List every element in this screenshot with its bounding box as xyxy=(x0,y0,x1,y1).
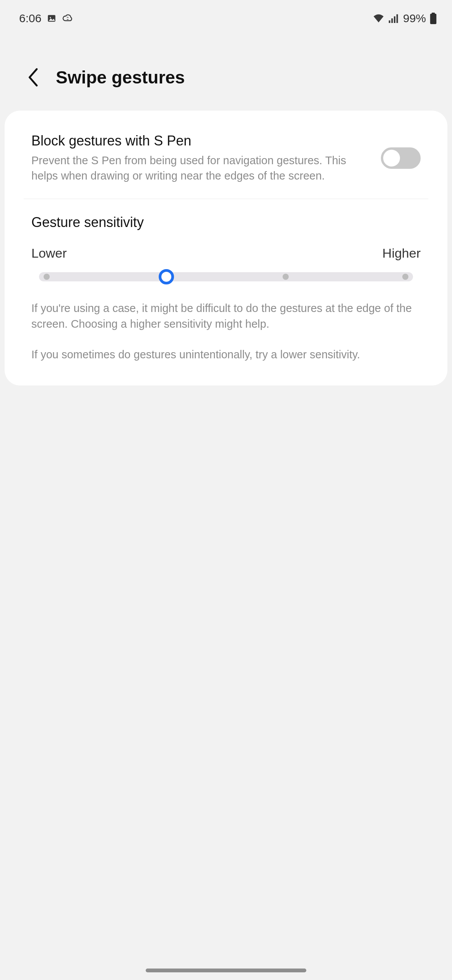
status-time: 6:06 xyxy=(19,12,41,25)
block-gestures-desc: Prevent the S Pen from being used for na… xyxy=(31,153,366,183)
slider-step-0 xyxy=(44,274,50,280)
sensitivity-label-lower: Lower xyxy=(31,246,67,261)
block-gestures-toggle[interactable] xyxy=(381,147,421,169)
status-left: 6:06 xyxy=(19,12,73,25)
slider-track xyxy=(39,272,413,281)
svg-rect-3 xyxy=(391,18,393,23)
slider-thumb[interactable] xyxy=(159,269,174,284)
slider-step-3 xyxy=(402,274,408,280)
signal-icon xyxy=(389,14,399,23)
svg-rect-4 xyxy=(394,16,395,23)
settings-card: Block gestures with S Pen Prevent the S … xyxy=(5,111,447,385)
slider-step-2 xyxy=(283,274,289,280)
page-header: Swipe gestures xyxy=(0,33,452,111)
svg-rect-7 xyxy=(430,13,436,24)
divider xyxy=(24,199,428,199)
gallery-icon xyxy=(47,13,57,23)
sensitivity-help: If you're using a case, it might be diff… xyxy=(16,281,436,363)
status-bar: 6:06 99% xyxy=(0,0,452,33)
svg-rect-5 xyxy=(397,14,398,23)
toggle-knob xyxy=(383,150,400,167)
status-right: 99% xyxy=(372,12,437,25)
svg-point-1 xyxy=(50,17,51,18)
back-icon[interactable] xyxy=(27,68,41,87)
sensitivity-label-higher: Higher xyxy=(382,246,421,261)
block-gestures-item[interactable]: Block gestures with S Pen Prevent the S … xyxy=(16,130,436,199)
svg-rect-2 xyxy=(389,20,390,23)
cloud-sync-icon xyxy=(62,14,73,23)
battery-percent: 99% xyxy=(403,12,426,25)
wifi-icon xyxy=(372,13,385,23)
battery-icon xyxy=(430,13,437,24)
sensitivity-help-1: If you're using a case, it might be diff… xyxy=(31,301,421,332)
sensitivity-slider[interactable] xyxy=(16,272,436,281)
page-title: Swipe gestures xyxy=(56,67,185,88)
home-indicator[interactable] xyxy=(146,969,306,972)
sensitivity-help-2: If you sometimes do gestures unintention… xyxy=(31,347,421,363)
sensitivity-title: Gesture sensitivity xyxy=(16,214,436,246)
sensitivity-labels: Lower Higher xyxy=(16,246,436,272)
block-gestures-title: Block gestures with S Pen xyxy=(31,133,366,149)
